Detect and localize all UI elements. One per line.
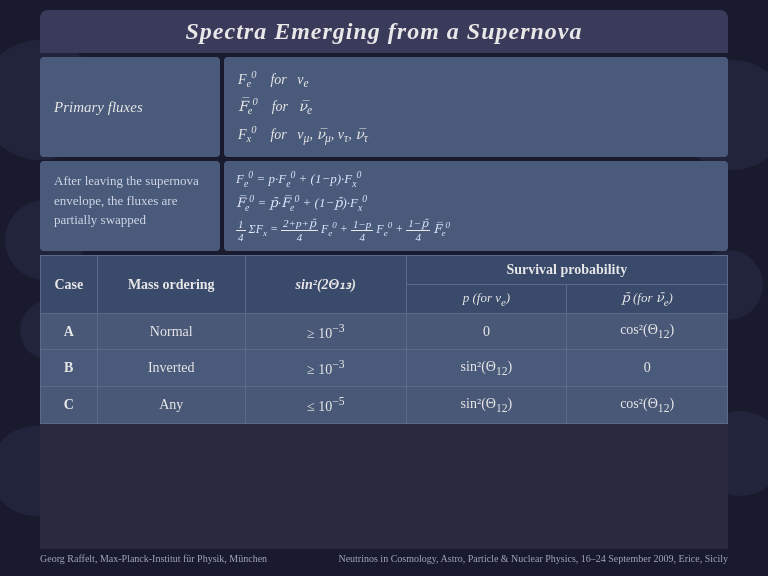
col-mass-header: Mass ordering [97, 256, 245, 314]
formula-line-3: Fx0 for νμ, ν̅μ, ντ, ν̅τ [238, 122, 714, 147]
data-table-section: Case Mass ordering sin²(2Θ₁₃) Survival p… [40, 255, 728, 549]
formula-3: Fx0 for νμ, ν̅μ, ντ, ν̅τ [238, 124, 368, 145]
formula-2: F̅e0 for ν̅e [238, 96, 312, 117]
p-nuebar-a: cos²(Θ12) [567, 313, 728, 350]
formula-line-2: F̅e0 for ν̅e [238, 94, 714, 119]
eq-2: F̅e0 = p̄·F̅e0 + (1−p̄)·Fx0 [236, 193, 716, 213]
col-sin-header: sin²(2Θ₁₃) [245, 256, 406, 314]
primary-fluxes-formulas: Fe0 for νe F̅e0 for ν̅e Fx0 for νμ, ν̅μ,… [224, 57, 728, 157]
table-row: C Any ≤ 10−5 sin²(Θ12) cos²(Θ12) [41, 387, 728, 424]
case-c: C [41, 387, 98, 424]
footer-right: Neutrinos in Cosmology, Astro, Particle … [338, 553, 728, 564]
formula-line-1: Fe0 for νe [238, 67, 714, 92]
table-row: A Normal ≥ 10−3 0 cos²(Θ12) [41, 313, 728, 350]
ordering-a: Normal [97, 313, 245, 350]
table-row: B Inverted ≥ 10−3 sin²(Θ12) 0 [41, 350, 728, 387]
after-leaving-label: After leaving the supernova envelope, th… [54, 173, 199, 227]
p-nue-a: 0 [406, 313, 567, 350]
case-a: A [41, 313, 98, 350]
formula-1: Fe0 for νe [238, 69, 309, 90]
primary-fluxes-label: Primary fluxes [54, 99, 143, 116]
survival-prob-header: Survival probability [406, 256, 727, 285]
p-nuebar-b: 0 [567, 350, 728, 387]
formula-block: Fe0 = p·Fe0 + (1−p)·Fx0 F̅e0 = p̄·F̅e0 +… [236, 169, 716, 243]
p-nue-header: p (for νe) [406, 285, 567, 314]
p-nue-c: sin²(Θ12) [406, 387, 567, 424]
p-nuebar-c: cos²(Θ12) [567, 387, 728, 424]
page-title: Spectra Emerging from a Supernova [60, 18, 708, 45]
sin2-b: ≥ 10−3 [245, 350, 406, 387]
title-bar: Spectra Emerging from a Supernova [40, 10, 728, 53]
ordering-c: Any [97, 387, 245, 424]
info-section-bottom: After leaving the supernova envelope, th… [40, 161, 728, 251]
ordering-b: Inverted [97, 350, 245, 387]
primary-fluxes-box: Primary fluxes [40, 57, 220, 157]
col-case-header: Case [41, 256, 98, 314]
sin2-a: ≥ 10−3 [245, 313, 406, 350]
eq-1: Fe0 = p·Fe0 + (1−p)·Fx0 [236, 169, 716, 189]
sin2-c: ≤ 10−5 [245, 387, 406, 424]
info-section-top: Primary fluxes Fe0 for νe F̅e0 for ν̅e F… [40, 57, 728, 157]
survival-table: Case Mass ordering sin²(2Θ₁₃) Survival p… [40, 255, 728, 424]
table-header-row-1: Case Mass ordering sin²(2Θ₁₃) Survival p… [41, 256, 728, 285]
eq-3: 14 ΣFx = 2+p+p̄4 Fe0 + 1−p4 Fe0 + 1−p̄4 … [236, 217, 716, 243]
after-leaving-box: After leaving the supernova envelope, th… [40, 161, 220, 251]
p-nue-b: sin²(Θ12) [406, 350, 567, 387]
footer-left: Georg Raffelt, Max-Planck-Institut für P… [40, 553, 267, 564]
swapped-formulas: Fe0 = p·Fe0 + (1−p)·Fx0 F̅e0 = p̄·F̅e0 +… [224, 161, 728, 251]
case-b: B [41, 350, 98, 387]
p-nuebar-header: p̄ (for ν̄e) [567, 285, 728, 314]
footer: Georg Raffelt, Max-Planck-Institut für P… [40, 549, 728, 566]
